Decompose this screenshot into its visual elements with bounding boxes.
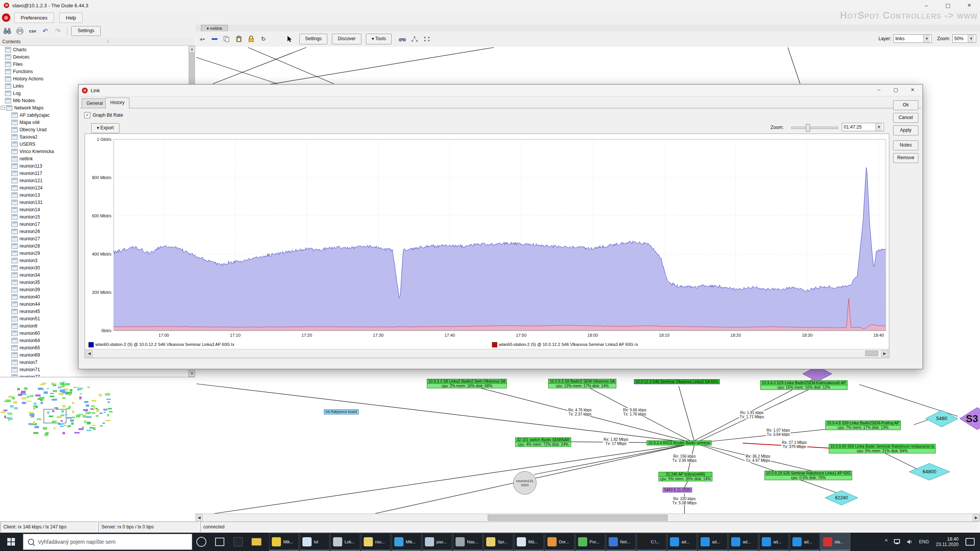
menu-help[interactable]: Help	[59, 13, 83, 23]
tray-clock[interactable]: 18:40 23.11.2020	[936, 536, 959, 547]
taskbar-app-dor[interactable]: Dor...	[545, 533, 575, 551]
graph-bit-rate-checkbox[interactable]: ✓ Graph Bit Rate	[84, 112, 123, 118]
dude-app-icon[interactable]: ⊗	[2, 13, 10, 22]
add-link-icon[interactable]	[209, 34, 220, 44]
taskbar-app-txt[interactable]: txt	[300, 533, 330, 551]
map-node[interactable]: 32.240 AP kobra(rel49)cpu: 5% mem: 35% d…	[658, 472, 712, 481]
scroll-down-icon[interactable]: ▼	[189, 370, 195, 377]
tab-general[interactable]: General	[82, 98, 108, 108]
toolbar-settings-button[interactable]: Settings	[71, 26, 101, 36]
layer-select[interactable]: links▼	[893, 34, 932, 43]
csv-export-icon[interactable]: csv	[27, 26, 38, 36]
maximize-icon[interactable]: ▢	[937, 0, 959, 11]
taskbar-app-m[interactable]: Má...	[514, 533, 544, 551]
find-icon[interactable]	[397, 34, 408, 44]
taskbar-app-ad[interactable]: ad...	[790, 533, 820, 551]
map-node[interactable]: 10.0.9.18 S26 Seminar Rakytovce Linka1 A…	[764, 471, 852, 480]
map-tab-netlink[interactable]: ▾ netlink	[201, 25, 228, 32]
pointer-tool-icon[interactable]	[284, 34, 295, 44]
pinned-store-button[interactable]	[229, 533, 247, 551]
taskbar-app-nas[interactable]: Nas...	[453, 533, 483, 551]
undo-icon[interactable]: ↶	[40, 26, 51, 36]
map-overview-minimap[interactable]	[0, 377, 195, 522]
cancel-button[interactable]: Cancel	[893, 113, 918, 123]
remove-button[interactable]: Remove	[893, 153, 918, 163]
taskbar-app-ad[interactable]: ad...	[728, 533, 758, 551]
map-node[interactable]: 10.9.3.4 R013 Router Badin seminar	[647, 440, 712, 445]
map-node[interactable]: 10.9.3.3 S8 Linka2 Badin2 Sem-Vlkanova S…	[427, 379, 507, 388]
export-button[interactable]: ▾ Export	[91, 123, 119, 133]
contents-splitter[interactable]: /	[107, 37, 108, 46]
taskbar-app-sla[interactable]: sla...	[820, 533, 850, 551]
tray-chevron-icon[interactable]: ^	[885, 538, 888, 545]
dialog-maximize-icon[interactable]: ▢	[887, 85, 904, 96]
layout-nodes-icon[interactable]	[409, 34, 420, 44]
time-range-select[interactable]: 01:47:25▼	[842, 123, 884, 131]
map-node[interactable]: VK Rakytovce kostol	[324, 409, 359, 414]
taskbar-app-mik[interactable]: Mik...	[392, 533, 421, 551]
map-node[interactable]: 10.9.4.8 S39 Linka Badin2SEM-Podhaj APcp…	[825, 421, 901, 430]
tab-history[interactable]: History	[105, 98, 129, 109]
taskbar-app-net[interactable]: Net...	[606, 533, 636, 551]
map-settings-button[interactable]: Settings	[299, 34, 327, 44]
chart-scroll-right-icon[interactable]: ▶	[881, 350, 888, 357]
taskbar-app-por[interactable]: Por...	[575, 533, 605, 551]
copy-icon[interactable]	[221, 34, 232, 44]
map-hscrollbar[interactable]: ◀ ▶	[195, 514, 980, 522]
print-icon[interactable]	[15, 26, 25, 36]
expander-icon[interactable]: –	[1, 106, 5, 110]
chart-hscrollbar[interactable]: ◀ ▶	[85, 349, 889, 358]
taskbar-app-rou[interactable]: rou...	[361, 533, 391, 551]
volume-icon[interactable]	[907, 539, 913, 544]
discover-icon[interactable]	[2, 26, 13, 36]
taskbar-app-pas[interactable]: pas...	[422, 533, 452, 551]
redo-icon[interactable]: ↷	[52, 26, 63, 36]
map-node[interactable]: 10.9.4.3 S29 Linka Badin2SEM-Kalinciakov…	[760, 380, 848, 390]
layout-grid-icon[interactable]	[421, 34, 432, 44]
map-zoom-select[interactable]: 50%▼	[952, 34, 976, 43]
dialog-minimize-icon[interactable]: –	[871, 85, 887, 96]
zoom-slider-thumb[interactable]	[806, 124, 810, 132]
taskbar-app-spr[interactable]: Spr...	[483, 533, 513, 551]
paste-icon[interactable]	[234, 34, 244, 44]
map-node[interactable]: 5450 5.11.2020	[663, 487, 692, 492]
pinned-explorer-button[interactable]	[247, 533, 266, 551]
taskbar-app-c[interactable]: C:\...	[637, 533, 666, 551]
taskbar-app-ad[interactable]: ad...	[759, 533, 789, 551]
sidebar-item-devices[interactable]: Devices	[0, 53, 188, 60]
lock-icon[interactable]	[246, 34, 256, 44]
map-scroll-thumb[interactable]	[488, 515, 668, 521]
sidebar-item-reunion77[interactable]: reunion77	[0, 373, 188, 377]
language-indicator[interactable]: ENG	[919, 539, 929, 544]
map-node[interactable]: 10.0.9.90 S59 Linka Badin Seminar Rakyto…	[829, 444, 936, 453]
close-icon[interactable]: ×	[959, 0, 980, 11]
taskbar-app-ad[interactable]: ad...	[698, 533, 728, 551]
scroll-right-icon[interactable]: ▶	[973, 514, 980, 521]
sidebar-item-functions[interactable]: Functions	[0, 68, 188, 75]
map-tools-button[interactable]: ▾ Tools	[366, 34, 392, 44]
task-view-button[interactable]	[211, 533, 229, 551]
scroll-left-icon[interactable]: ◀	[196, 514, 203, 521]
taskbar-app-ad[interactable]: ad...	[667, 533, 697, 551]
notes-button[interactable]: Notes	[893, 140, 918, 150]
apply-button[interactable]: Apply	[893, 126, 918, 135]
sidebar-item-charts[interactable]: Charts	[0, 46, 188, 53]
action-center-icon[interactable]	[965, 538, 975, 546]
dialog-close-icon[interactable]: ×	[904, 85, 921, 96]
chart-scroll-left-icon[interactable]: ◀	[86, 350, 93, 357]
taskbar-search-input[interactable]: Vyhľadávaný pojem napíšte sem	[23, 534, 192, 550]
start-button[interactable]	[0, 533, 22, 551]
taskbar-app-lok[interactable]: Lok...	[330, 533, 360, 551]
chart-scroll-thumb[interactable]	[865, 350, 878, 356]
refresh-icon[interactable]: ↻	[258, 34, 269, 44]
scroll-up-icon[interactable]: ▲	[189, 46, 195, 52]
map-node[interactable]: 32.101 switch Badin SEMINARcpu: 4% mem: …	[515, 437, 571, 447]
minimize-icon[interactable]: –	[916, 0, 937, 11]
sidebar-item-files[interactable]: Files	[0, 60, 188, 68]
map-discover-button[interactable]: Discover	[332, 34, 361, 44]
cortana-button[interactable]	[192, 533, 211, 551]
taskbar-app-mik[interactable]: Mik...	[269, 533, 299, 551]
ok-button[interactable]: Ok	[893, 100, 918, 110]
menu-preferences[interactable]: Preferences	[14, 13, 54, 23]
map-node[interactable]: 10.0.9.3 S9 Badin2 SEM-Vlkanova SAcpu: 1…	[548, 379, 616, 388]
